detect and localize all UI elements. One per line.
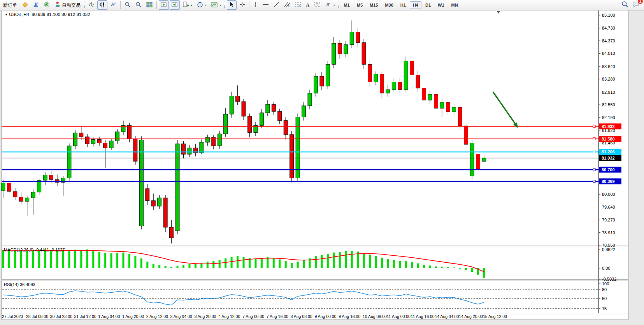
robot-icon <box>54 2 61 9</box>
clock-icon <box>197 2 203 9</box>
chevron-down-icon: ▾ <box>205 4 207 7</box>
timeframe-h4[interactable]: H4 <box>410 1 421 9</box>
svg-text:79.640: 79.640 <box>602 205 615 209</box>
bar-chart-icon <box>88 2 95 9</box>
chart-canvas[interactable]: 85.10084.73084.37084.01083.64083.28082.9… <box>0 10 644 325</box>
time-axis[interactable]: 27 Jul 202328 Jul 08:0030 Jul 23:0031 Ju… <box>2 314 507 319</box>
svg-text:7 Aug 16:00: 7 Aug 16:00 <box>267 314 288 319</box>
text-a-icon: A <box>306 2 309 8</box>
svg-text:85.100: 85.100 <box>602 13 615 18</box>
toolbar-grip <box>224 2 225 9</box>
svg-text:11 Aug 00:00: 11 Aug 00:00 <box>387 314 411 319</box>
profiles-button[interactable]: ▾ <box>195 0 209 10</box>
notifications-button[interactable]: 1 <box>632 1 640 9</box>
svg-text:8 Aug 08:00: 8 Aug 08:00 <box>291 314 312 319</box>
crosshair-icon <box>239 2 245 9</box>
candlestick-icon <box>99 2 105 9</box>
svg-text:82.550: 82.550 <box>602 102 615 107</box>
templates-button[interactable]: ▾ <box>209 0 223 10</box>
svg-text:3 Aug 04:00: 3 Aug 04:00 <box>170 314 192 319</box>
new-chart-icon <box>182 2 189 9</box>
rsi-indicator-label: RSI(14) 36.4093 <box>4 282 35 287</box>
svg-text:9 Aug 16:00: 9 Aug 16:00 <box>339 314 360 319</box>
chart-window: 85.10084.73084.37084.01083.64083.28082.9… <box>0 10 644 325</box>
svg-text:1 Aug 20:00: 1 Aug 20:00 <box>122 314 144 319</box>
horizontal-line-tool-button[interactable] <box>261 0 271 10</box>
timeframe-d1[interactable]: D1 <box>422 1 434 9</box>
line-chart-icon <box>110 2 116 9</box>
svg-text:2 Aug 12:00: 2 Aug 12:00 <box>146 314 168 319</box>
svg-text:79.270: 79.270 <box>602 218 615 222</box>
toolbar-separator <box>156 1 157 9</box>
timeframe-m5[interactable]: M5 <box>354 1 366 9</box>
toolbar-right-group: 1 <box>621 1 640 9</box>
timeframe-m1[interactable]: M1 <box>340 1 353 9</box>
svg-text:50: 50 <box>602 296 607 301</box>
timeframe-m30[interactable]: M30 <box>382 1 396 9</box>
chart-shift-button[interactable] <box>170 0 180 10</box>
toolbar-grip <box>84 2 85 9</box>
auto-scroll-button[interactable] <box>159 0 169 10</box>
mql-market-button[interactable] <box>20 0 30 10</box>
svg-text:83.280: 83.280 <box>602 77 615 81</box>
svg-text:-0.5032: -0.5032 <box>602 277 616 281</box>
text-tool-button[interactable]: A <box>304 0 311 10</box>
trendline-tool-button[interactable] <box>272 0 281 10</box>
timeframe-m15[interactable]: M15 <box>367 1 381 9</box>
notification-badge: 1 <box>638 0 643 4</box>
community-button[interactable] <box>31 0 41 10</box>
channel-tool-button[interactable]: E <box>282 0 292 10</box>
vertical-line-icon <box>253 2 258 9</box>
svg-text:81.206: 81.206 <box>602 149 615 154</box>
line-chart-type-button[interactable] <box>108 0 118 10</box>
fibonacci-icon: F <box>295 2 301 9</box>
svg-text:7 Aug 00:00: 7 Aug 00:00 <box>242 314 264 319</box>
symbol-dropdown-icon[interactable]: ▼ <box>5 13 8 16</box>
timeframe-mn[interactable]: MN <box>448 1 461 9</box>
signals-button[interactable] <box>42 0 52 10</box>
svg-text:81.032: 81.032 <box>602 156 615 160</box>
candlestick-chart-type-button[interactable] <box>97 0 107 10</box>
trendline-icon <box>274 2 279 9</box>
timeframe-h1[interactable]: H1 <box>397 1 409 9</box>
crosshair-tool-button[interactable] <box>237 0 247 10</box>
timeframe-w1[interactable]: W1 <box>435 1 447 9</box>
svg-text:81.580: 81.580 <box>602 137 615 141</box>
zoom-out-icon <box>135 2 142 9</box>
tile-windows-icon <box>146 2 153 9</box>
svg-text:14 Aug 04:00: 14 Aug 04:00 <box>435 314 459 319</box>
autotrade-button[interactable]: 自动交易 <box>53 0 82 10</box>
zoom-in-button[interactable] <box>123 0 133 10</box>
fibonacci-tool-button[interactable]: F <box>293 0 303 10</box>
text-label-icon: T <box>314 2 320 9</box>
svg-text:83.640: 83.640 <box>602 64 615 69</box>
text-label-tool-button[interactable]: T <box>312 0 322 10</box>
auto-scroll-icon <box>161 2 167 9</box>
vertical-line-tool-button[interactable] <box>251 0 260 10</box>
main-toolbar: 新订单 自动交易 ▾ ▾ <box>0 0 644 11</box>
zoom-out-button[interactable] <box>133 0 144 10</box>
sonar-icon <box>44 2 50 9</box>
svg-text:31 Jul 12:00: 31 Jul 12:00 <box>74 314 96 319</box>
svg-text:3 Aug 20:00: 3 Aug 20:00 <box>194 314 216 319</box>
svg-text:80.000: 80.000 <box>602 192 615 197</box>
bar-chart-type-button[interactable] <box>86 0 97 10</box>
chart-shift-icon <box>172 2 178 9</box>
arrows-tool-button[interactable]: ▾ <box>323 0 337 10</box>
svg-text:84.370: 84.370 <box>602 39 615 43</box>
tile-windows-button[interactable] <box>144 0 154 10</box>
symbol-period-label: USOil-,H4 <box>9 12 29 17</box>
toolbar-separator <box>249 1 249 9</box>
new-chart-button[interactable]: ▾ <box>181 0 194 10</box>
svg-text:0.00: 0.00 <box>602 266 610 271</box>
svg-text:14 Aug 20:00: 14 Aug 20:00 <box>459 314 483 319</box>
new-order-button[interactable]: 新订单 <box>1 0 19 10</box>
ohlc-values-label: 80.939 81.100 80.912 81.032 <box>32 12 90 17</box>
cursor-tool-button[interactable] <box>227 0 237 10</box>
toolbar-separator <box>120 1 121 9</box>
svg-text:10 Aug 08:00: 10 Aug 08:00 <box>363 314 387 319</box>
svg-text:81.933: 81.933 <box>602 124 615 129</box>
svg-text:28 Jul 08:00: 28 Jul 08:00 <box>26 314 48 319</box>
search-icon[interactable] <box>621 1 628 9</box>
svg-text:30 Jul 23:00: 30 Jul 23:00 <box>50 314 72 319</box>
